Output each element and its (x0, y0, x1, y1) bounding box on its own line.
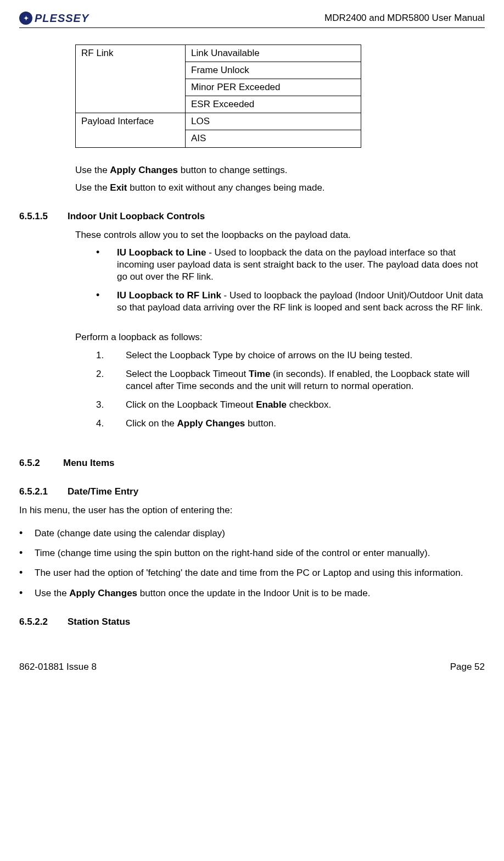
section-6521-heading: 6.5.2.1 Date/Time Entry (19, 486, 485, 498)
enable-label: Enable (256, 399, 287, 410)
list-item: 3. Click on the Loopback Timeout Enable … (75, 399, 485, 411)
step-number: 3. (96, 399, 108, 411)
bullet-text: Use the Apply Changes button once the up… (35, 587, 370, 599)
text: Use the (35, 588, 69, 598)
alarm-table: RF Link Link Unavailable Frame Unlock Mi… (75, 45, 361, 148)
cell-los: LOS (186, 113, 361, 130)
list-item: • IU Loopback to Line - Used to loopback… (75, 247, 485, 283)
heading-title: Indoor Unit Loopback Controls (68, 210, 205, 223)
loopback-steps: 1. Select the Loopback Type by choice of… (75, 349, 485, 430)
heading-title: Station Status (68, 616, 130, 628)
text: Click on the Loopback Timeout (126, 399, 256, 410)
heading-number: 6.5.2.2 (19, 616, 52, 628)
exit-label: Exit (110, 182, 127, 193)
footer-right: Page 52 (450, 661, 485, 673)
iu-loopback-rf-label: IU Loopback to RF Link (117, 290, 221, 301)
step-text: Click on the Loopback Timeout Enable che… (126, 399, 331, 411)
bullet-icon: • (19, 547, 25, 559)
table-row: Payload Interface LOS (76, 113, 361, 130)
section-652-heading: 6.5.2 Menu Items (19, 457, 485, 469)
date-time-intro: In his menu, the user has the option of … (19, 504, 485, 516)
iu-loopback-line-label: IU Loopback to Line (117, 247, 206, 258)
list-item: • IU Loopback to RF Link - Used to loopb… (75, 290, 485, 314)
heading-number: 6.5.2.1 (19, 486, 52, 498)
bullet-icon: • (19, 587, 25, 599)
list-item: 2. Select the Loopback Timeout Time (in … (75, 368, 485, 392)
heading-title: Menu Items (63, 457, 115, 469)
cell-rf-link: RF Link (76, 45, 186, 113)
loopback-bullets: • IU Loopback to Line - Used to loopback… (75, 247, 485, 314)
cell-minor-per: Minor PER Exceeded (186, 79, 361, 96)
list-item: • Use the Apply Changes button once the … (19, 587, 485, 599)
loopback-intro: These controls allow you to set the loop… (75, 229, 485, 241)
page-header: ✦ PLESSEY MDR2400 and MDR5800 User Manua… (19, 11, 485, 28)
date-time-bullets: • Date (change date using the calendar d… (19, 527, 485, 599)
apply-changes-label: Apply Changes (177, 418, 245, 429)
step-number: 1. (96, 349, 108, 362)
footer-left: 862-01881 Issue 8 (19, 661, 97, 673)
bullet-text: The user had the option of 'fetching' th… (35, 567, 463, 579)
cell-frame-unlock: Frame Unlock (186, 62, 361, 79)
bullet-icon: • (19, 527, 25, 540)
table-row: RF Link Link Unavailable (76, 45, 361, 62)
list-item: • Date (change date using the calendar d… (19, 527, 485, 540)
time-label: Time (249, 369, 270, 379)
section-6515-heading: 6.5.1.5 Indoor Unit Loopback Controls (19, 210, 485, 223)
cell-payload-interface: Payload Interface (76, 113, 186, 147)
doc-title: MDR2400 and MDR5800 User Manual (324, 12, 485, 24)
heading-title: Date/Time Entry (68, 486, 138, 498)
bullet-icon: • (96, 290, 102, 302)
text: Select the Loopback Timeout (126, 369, 249, 379)
cell-link-unavailable: Link Unavailable (186, 45, 361, 62)
perform-loopback-text: Perform a loopback as follows: (75, 331, 485, 343)
step-text: Select the Loopback Timeout Time (in sec… (126, 368, 485, 392)
bullet-icon: • (96, 247, 102, 259)
text: Click on the (126, 418, 177, 429)
step-text: Click on the Apply Changes button. (126, 418, 276, 430)
section-6522-heading: 6.5.2.2 Station Status (19, 616, 485, 628)
step-number: 2. (96, 368, 108, 380)
cell-ais: AIS (186, 130, 361, 147)
text: checkbox. (287, 399, 331, 410)
logo-text: PLESSEY (35, 11, 89, 25)
apply-changes-text: Use the Apply Changes button to change s… (75, 164, 485, 176)
list-item: • Time (change time using the spin butto… (19, 547, 485, 559)
text: button to exit without any changes being… (127, 182, 325, 193)
apply-changes-label: Apply Changes (110, 165, 178, 175)
list-item: 4. Click on the Apply Changes button. (75, 418, 485, 430)
heading-number: 6.5.2 (19, 457, 48, 469)
bullet-text: Date (change date using the calendar dis… (35, 527, 225, 540)
bullet-text: IU Loopback to RF Link - Used to loopbac… (117, 290, 485, 314)
step-number: 4. (96, 418, 108, 430)
cell-esr-exceeded: ESR Exceeded (186, 96, 361, 113)
text: button. (245, 418, 276, 429)
apply-changes-label: Apply Changes (69, 588, 137, 598)
text: Use the (75, 182, 110, 193)
text: Use the (75, 165, 110, 175)
bullet-text: Time (change time using the spin button … (35, 547, 430, 559)
brand-logo: ✦ PLESSEY (19, 11, 89, 25)
alarm-table-wrapper: RF Link Link Unavailable Frame Unlock Mi… (75, 45, 485, 194)
list-item: 1. Select the Loopback Type by choice of… (75, 349, 485, 362)
section-6515-body: These controls allow you to set the loop… (75, 229, 485, 430)
exit-text: Use the Exit button to exit without any … (75, 182, 485, 194)
list-item: • The user had the option of 'fetching' … (19, 567, 485, 579)
text: button once the update in the Indoor Uni… (137, 588, 370, 598)
page-footer: 862-01881 Issue 8 Page 52 (19, 661, 485, 673)
bullet-icon: • (19, 567, 25, 579)
step-text: Select the Loopback Type by choice of ar… (126, 349, 412, 362)
bullet-text: IU Loopback to Line - Used to loopback t… (117, 247, 485, 283)
text: button to change settings. (178, 165, 287, 175)
heading-number: 6.5.1.5 (19, 210, 52, 223)
logo-icon: ✦ (19, 12, 32, 25)
